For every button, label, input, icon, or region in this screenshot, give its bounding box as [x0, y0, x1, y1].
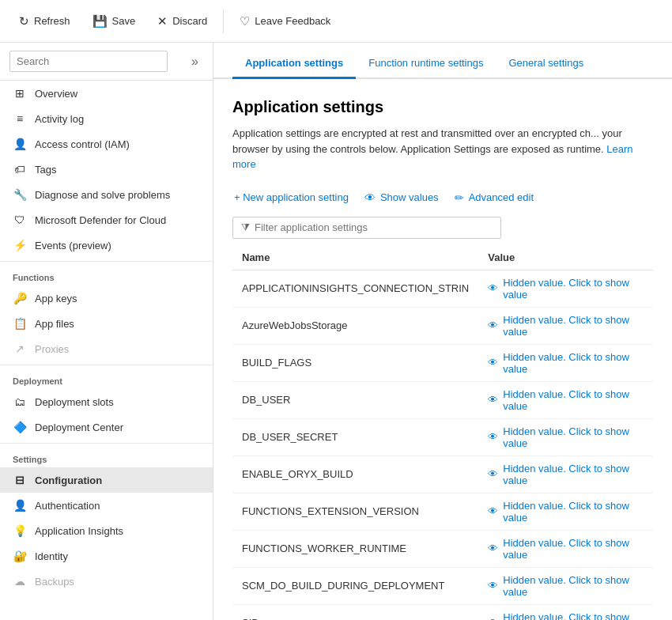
sidebar-nav: ⊞ Overview ≡ Activity log 👤 Access contr… — [0, 81, 213, 620]
table-row: AzureWebJobsStorage👁 Hidden value. Click… — [232, 307, 653, 344]
eye-icon: 👁 — [488, 505, 498, 517]
table-cell-name: AzureWebJobsStorage — [232, 307, 478, 344]
table-cell-name: FUNCTIONS_WORKER_RUNTIME — [232, 530, 478, 567]
table-cell-name: BUILD_FLAGS — [232, 344, 478, 381]
filter-input[interactable] — [255, 221, 493, 233]
table-row: SID👁 Hidden value. Click to show value — [232, 604, 653, 620]
sidebar-item-configuration[interactable]: ⊟ Configuration — [0, 467, 213, 493]
deployment-center-icon: 🔷 — [13, 421, 27, 433]
eye-icon: 👁 — [488, 282, 498, 294]
new-application-setting-button[interactable]: + New application setting — [232, 188, 350, 206]
settings-table: Name Value APPLICATIONINSIGHTS_CONNECTIO… — [232, 245, 653, 621]
hidden-value-link[interactable]: 👁 Hidden value. Click to show value — [488, 574, 644, 598]
sidebar-item-access-control[interactable]: 👤 Access control (IAM) — [0, 131, 213, 157]
table-cell-value: 👁 Hidden value. Click to show value — [478, 604, 653, 620]
sidebar-item-backups[interactable]: ☁ Backups — [0, 569, 213, 594]
hidden-value-link[interactable]: 👁 Hidden value. Click to show value — [488, 351, 644, 375]
table-row: APPLICATIONINSIGHTS_CONNECTION_STRIN👁 Hi… — [232, 270, 653, 307]
eye-icon: 👁 — [488, 580, 498, 592]
sidebar-item-authentication[interactable]: 👤 Authentication — [0, 493, 213, 518]
tab-function-runtime[interactable]: Function runtime settings — [356, 49, 496, 79]
hidden-value-link[interactable]: 👁 Hidden value. Click to show value — [488, 537, 644, 561]
tab-application-settings[interactable]: Application settings — [232, 49, 356, 79]
table-cell-name: APPLICATIONINSIGHTS_CONNECTION_STRIN — [232, 270, 478, 307]
eye-icon: 👁 — [488, 542, 498, 554]
sidebar-item-events[interactable]: ⚡ Events (preview) — [0, 232, 213, 258]
eye-icon: 👁 — [488, 431, 498, 443]
table-cell-name: SCM_DO_BUILD_DURING_DEPLOYMENT — [232, 567, 478, 604]
tab-general-settings[interactable]: General settings — [496, 49, 596, 79]
sidebar-item-deployment-center[interactable]: 🔷 Deployment Center — [0, 414, 213, 440]
edit-icon: ✏ — [455, 191, 464, 204]
hidden-value-link[interactable]: 👁 Hidden value. Click to show value — [488, 277, 644, 301]
table-cell-name: FUNCTIONS_EXTENSION_VERSION — [232, 493, 478, 530]
sidebar-item-identity[interactable]: 🔐 Identity — [0, 543, 213, 569]
hidden-value-link[interactable]: 👁 Hidden value. Click to show value — [488, 500, 644, 524]
hidden-value-link[interactable]: 👁 Hidden value. Click to show value — [488, 463, 644, 486]
filter-input-wrap: ⧩ — [232, 217, 501, 239]
table-row: FUNCTIONS_EXTENSION_VERSION👁 Hidden valu… — [232, 493, 653, 530]
save-button[interactable]: 💾 Save — [83, 9, 145, 33]
sidebar-item-app-insights[interactable]: 💡 Application Insights — [0, 518, 213, 543]
hidden-value-link[interactable]: 👁 Hidden value. Click to show value — [488, 388, 644, 412]
diagnose-icon: 🔧 — [13, 188, 27, 201]
table-cell-name: DB_USER — [232, 381, 478, 418]
app-keys-icon: 🔑 — [13, 292, 27, 304]
eye-icon: 👁 — [488, 357, 498, 369]
hidden-value-link[interactable]: 👁 Hidden value. Click to show value — [488, 611, 644, 621]
divider — [223, 9, 224, 33]
backups-icon: ☁ — [13, 575, 27, 588]
discard-icon: ✕ — [157, 14, 168, 28]
table-cell-value: 👁 Hidden value. Click to show value — [478, 381, 653, 418]
search-input[interactable] — [9, 51, 168, 72]
table-cell-name: DB_USER_SECRET — [232, 418, 478, 456]
table-row: ENABLE_ORYX_BUILD👁 Hidden value. Click t… — [232, 456, 653, 493]
page-content: Application settings Application setting… — [213, 79, 672, 620]
page-description: Application settings are encrypted at re… — [232, 126, 653, 172]
access-control-icon: 👤 — [13, 138, 27, 150]
filter-icon: ⧩ — [241, 221, 250, 234]
save-icon: 💾 — [92, 14, 108, 28]
table-header-row: Name Value — [232, 245, 653, 270]
table-cell-value: 👁 Hidden value. Click to show value — [478, 567, 653, 604]
show-values-button[interactable]: 👁 Show values — [363, 188, 440, 207]
sidebar-item-defender[interactable]: 🛡 Microsoft Defender for Cloud — [0, 207, 213, 232]
advanced-edit-button[interactable]: ✏ Advanced edit — [453, 188, 535, 207]
defender-icon: 🛡 — [13, 214, 27, 226]
table-row: FUNCTIONS_WORKER_RUNTIME👁 Hidden value. … — [232, 530, 653, 567]
actions-row: + New application setting 👁 Show values … — [232, 188, 653, 207]
configuration-icon: ⊟ — [13, 474, 27, 486]
table-cell-value: 👁 Hidden value. Click to show value — [478, 456, 653, 493]
discard-button[interactable]: ✕ Discard — [148, 9, 217, 33]
table-row: DB_USER👁 Hidden value. Click to show val… — [232, 381, 653, 418]
learn-more-link[interactable]: Learn more — [232, 143, 633, 171]
divider-2 — [0, 365, 213, 365]
feedback-button[interactable]: ♡ Leave Feedback — [230, 9, 340, 33]
sidebar-item-proxies[interactable]: ↗ Proxies — [0, 336, 213, 361]
section-functions: Functions — [0, 265, 213, 285]
filter-row: ⧩ — [232, 217, 653, 239]
hidden-value-link[interactable]: 👁 Hidden value. Click to show value — [488, 314, 644, 338]
sidebar-item-app-keys[interactable]: 🔑 App keys — [0, 285, 213, 311]
search-area: » — [0, 43, 213, 81]
refresh-icon: ↻ — [19, 14, 29, 28]
sidebar-item-activity-log[interactable]: ≡ Activity log — [0, 106, 213, 131]
collapse-button[interactable]: » — [187, 53, 203, 70]
table-row: DB_USER_SECRET👁 Hidden value. Click to s… — [232, 418, 653, 456]
activity-log-icon: ≡ — [13, 112, 27, 125]
sidebar: » ⊞ Overview ≡ Activity log 👤 Access con… — [0, 43, 213, 620]
main-layout: » ⊞ Overview ≡ Activity log 👤 Access con… — [0, 43, 672, 620]
events-icon: ⚡ — [13, 239, 27, 251]
page-title: Application settings — [232, 98, 653, 116]
table-cell-name: SID — [232, 604, 478, 620]
refresh-button[interactable]: ↻ Refresh — [9, 9, 80, 33]
sidebar-item-app-files[interactable]: 📋 App files — [0, 311, 213, 336]
sidebar-item-deployment-slots[interactable]: 🗂 Deployment slots — [0, 389, 213, 414]
eye-icon: 👁 — [488, 468, 498, 480]
sidebar-item-overview[interactable]: ⊞ Overview — [0, 81, 213, 106]
table-row: BUILD_FLAGS👁 Hidden value. Click to show… — [232, 344, 653, 381]
sidebar-item-tags[interactable]: 🏷 Tags — [0, 157, 213, 182]
sidebar-item-diagnose[interactable]: 🔧 Diagnose and solve problems — [0, 182, 213, 207]
hidden-value-link[interactable]: 👁 Hidden value. Click to show value — [488, 425, 644, 449]
table-cell-value: 👁 Hidden value. Click to show value — [478, 307, 653, 344]
